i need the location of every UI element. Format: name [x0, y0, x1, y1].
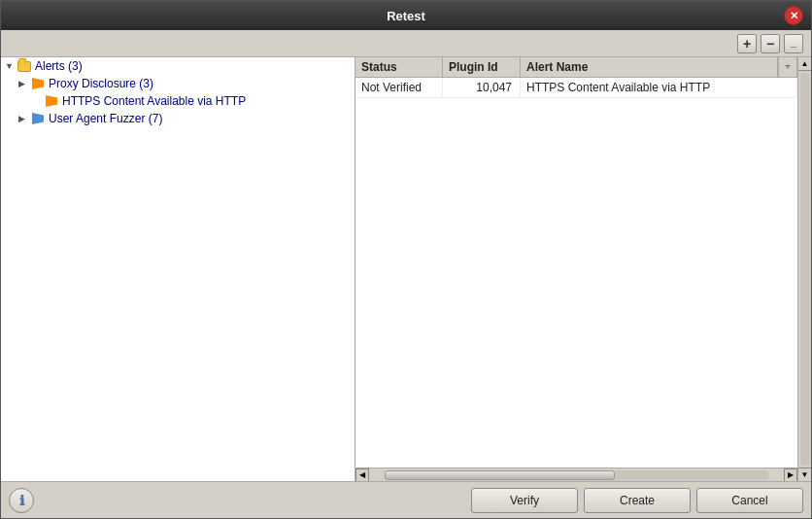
info-button[interactable]: ℹ [9, 488, 34, 513]
tree-item-user-agent[interactable]: ▶ User Agent Fuzzer (7) [1, 110, 355, 127]
svg-rect-2 [788, 68, 789, 69]
cell-status: Not Verified [355, 78, 443, 97]
tree-item-https[interactable]: ▶ HTTPS Content Available via HTTP [1, 92, 355, 110]
expand-icon-ua: ▶ [18, 114, 28, 123]
table-row[interactable]: Not Verified 10,047 HTTPS Content Availa… [355, 78, 797, 98]
horizontal-scrollbar[interactable]: ◀ ▶ [355, 467, 797, 481]
dialog-title: Retest [387, 9, 425, 23]
create-button[interactable]: Create [584, 488, 691, 513]
bottom-bar: ℹ Verify Create Cancel [1, 481, 811, 518]
vertical-scrollbar[interactable]: ▲ ▼ [797, 57, 811, 481]
tree-label-https: HTTPS Content Available via HTTP [62, 94, 246, 108]
filter-icon [785, 61, 791, 73]
retest-dialog: Retest ✕ + − _ ▼ Alerts (3) ▶ [0, 0, 812, 519]
title-bar: Retest ✕ [1, 1, 811, 30]
flag-orange-icon [30, 77, 46, 90]
cell-alert-name: HTTPS Content Available via HTTP [521, 78, 797, 97]
scroll-right-arrow[interactable]: ▶ [784, 468, 797, 482]
table-panel: Status Plugin Id Alert Name [355, 57, 797, 481]
folder-icon [17, 59, 32, 73]
flag-orange-icon-2 [44, 94, 59, 108]
bottom-right: Verify Create Cancel [471, 488, 803, 513]
scroll-down-arrow[interactable]: ▼ [798, 467, 812, 481]
table-header: Status Plugin Id Alert Name [355, 57, 797, 78]
scroll-up-arrow[interactable]: ▲ [798, 57, 812, 71]
col-header-icon[interactable] [778, 57, 797, 77]
scroll-thumb-h[interactable] [385, 470, 615, 480]
col-header-status[interactable]: Status [355, 57, 443, 77]
cell-plugin-id: 10,047 [443, 78, 521, 97]
tree-root-item[interactable]: ▼ Alerts (3) [1, 57, 355, 75]
add-button[interactable]: + [737, 34, 757, 53]
svg-rect-1 [787, 67, 790, 68]
right-inner: Status Plugin Id Alert Name [355, 57, 811, 481]
tree-item-proxy-disclosure[interactable]: ▶ Proxy Disclosure (3) [1, 75, 355, 92]
tree-panel: ▼ Alerts (3) ▶ Proxy Disclosure (3) ▶ [1, 57, 355, 481]
scroll-left-arrow[interactable]: ◀ [355, 468, 369, 482]
col-header-plugin[interactable]: Plugin Id [443, 57, 521, 77]
right-wrapper: Status Plugin Id Alert Name [355, 57, 811, 481]
minimize-button[interactable]: _ [784, 34, 803, 53]
col-header-alert[interactable]: Alert Name [521, 57, 778, 77]
tree-label-proxy: Proxy Disclosure (3) [49, 77, 153, 90]
scroll-track-h [385, 470, 768, 480]
table-body: Not Verified 10,047 HTTPS Content Availa… [355, 78, 797, 467]
expand-icon: ▼ [5, 61, 15, 71]
cancel-button[interactable]: Cancel [696, 488, 803, 513]
main-content: ▼ Alerts (3) ▶ Proxy Disclosure (3) ▶ [1, 57, 811, 481]
toolbar: + − _ [1, 30, 811, 57]
scroll-track-v [800, 73, 810, 466]
svg-rect-0 [786, 65, 791, 66]
tree-label-ua: User Agent Fuzzer (7) [49, 112, 162, 125]
bottom-left: ℹ [9, 488, 34, 513]
close-button[interactable]: ✕ [784, 6, 803, 25]
tree-root-label: Alerts (3) [35, 59, 83, 73]
expand-icon-proxy: ▶ [18, 79, 28, 88]
flag-blue-icon [30, 112, 46, 125]
remove-button[interactable]: − [761, 34, 780, 53]
verify-button[interactable]: Verify [471, 488, 578, 513]
